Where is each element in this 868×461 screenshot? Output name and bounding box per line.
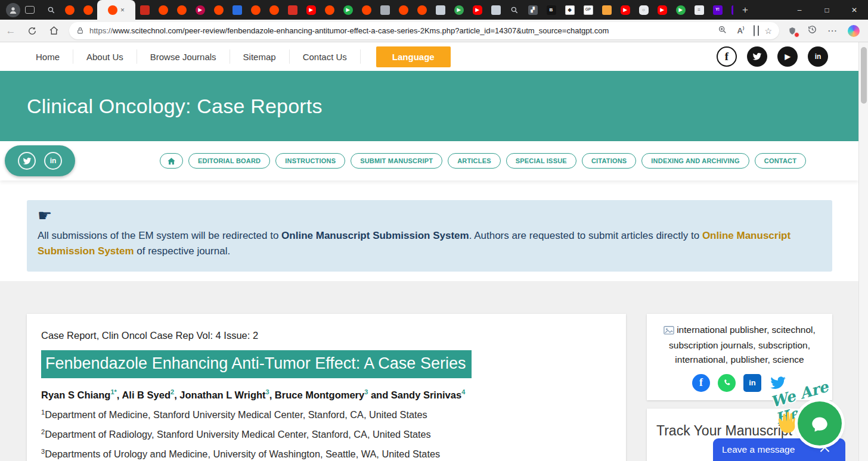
read-aloud-button[interactable]: A)	[737, 26, 744, 35]
nav-item-sitemap[interactable]: Sitemap	[230, 49, 290, 64]
browser-tab[interactable]	[209, 0, 228, 20]
browser-tab[interactable]	[228, 0, 246, 20]
scrollbar-thumb[interactable]	[861, 47, 867, 104]
copilot-icon[interactable]	[848, 25, 860, 37]
browser-tab[interactable]: ▶	[450, 0, 468, 20]
browser-tab[interactable]	[172, 0, 191, 20]
notice-text: All submissions of the EM system will be…	[38, 228, 822, 260]
reddit-favicon	[251, 5, 261, 15]
nav-item-contact-us[interactable]: Contact Us	[290, 49, 361, 64]
browser-tab[interactable]: ▶	[191, 0, 209, 20]
browser-tab[interactable]: ○	[634, 0, 653, 20]
linkedin-icon[interactable]: in	[743, 374, 761, 392]
list-app-favicon: ≡	[695, 5, 704, 15]
browser-tab[interactable]	[79, 0, 97, 20]
article-card: Case Report, Clin Oncol Case Rep Vol: 4 …	[27, 314, 626, 461]
journal-nav-indexing-and-archiving[interactable]: INDEXING AND ARCHIVING	[641, 153, 749, 169]
browser-tab[interactable]	[42, 0, 60, 20]
twitter-icon[interactable]	[18, 152, 36, 170]
twitter-icon[interactable]	[747, 46, 767, 67]
nav-item-about-us[interactable]: About Us	[73, 49, 137, 64]
browser-tab[interactable]	[413, 0, 431, 20]
journal-nav-citations[interactable]: CITATIONS	[582, 153, 636, 169]
cloud-app-favicon	[491, 5, 501, 15]
url-text: https://www.scitechnol.com/peer-review/f…	[89, 26, 711, 35]
page-scrollbar[interactable]	[858, 42, 868, 461]
browser-tab[interactable]	[505, 0, 523, 20]
browser-tab[interactable]	[154, 0, 172, 20]
diamond-app-favicon: ◆	[565, 5, 575, 15]
browser-tab-bar: ✕▶▶▶▶▶▞B◆GP▶○▶▶≡Y!Y! + – □ ✕	[0, 0, 868, 20]
journal-nav-contact[interactable]: CONTACT	[755, 153, 806, 169]
journal-nav-home[interactable]	[160, 153, 183, 169]
refresh-button[interactable]	[21, 26, 43, 36]
browser-tab[interactable]	[265, 0, 283, 20]
browser-tab[interactable]: B	[542, 0, 560, 20]
browser-tab[interactable]: ◆	[560, 0, 579, 20]
journal-nav-special-issue[interactable]: SPECIAL ISSUE	[506, 153, 576, 169]
close-button[interactable]: ✕	[841, 0, 868, 20]
browser-tab[interactable]	[60, 0, 79, 20]
browser-tab[interactable]	[394, 0, 413, 20]
active-tab[interactable]: ✕	[97, 0, 135, 20]
browser-tab[interactable]: ▶	[671, 0, 690, 20]
browser-tab[interactable]: ▶	[339, 0, 357, 20]
language-button[interactable]: Language	[376, 46, 451, 67]
journal-nav-instructions[interactable]: INSTRUCTIONS	[275, 153, 345, 169]
nav-item-home[interactable]: Home	[23, 49, 73, 64]
browser-tab[interactable]: ▶	[468, 0, 486, 20]
linkedin-icon[interactable]: in	[44, 152, 62, 170]
favorite-star-button[interactable]: ☆	[764, 26, 772, 36]
new-tab-button[interactable]: +	[737, 4, 754, 16]
whatsapp-icon[interactable]	[718, 374, 736, 392]
zoom-button[interactable]	[718, 25, 727, 37]
journal-nav-articles[interactable]: ARTICLES	[448, 153, 501, 169]
profile-avatar[interactable]	[6, 3, 20, 17]
close-tab-icon[interactable]: ✕	[120, 7, 125, 13]
search-favicon	[46, 5, 56, 15]
home-button[interactable]	[43, 26, 64, 36]
journal-nav-editorial-board[interactable]: EDITORIAL BOARD	[188, 153, 270, 169]
browser-tab[interactable]	[135, 0, 154, 20]
affiliations: 1Department of Medicine, Stanford Univer…	[41, 409, 612, 460]
address-bar[interactable]: https://www.scitechnol.com/peer-review/f…	[69, 22, 779, 39]
maximize-button[interactable]: □	[813, 0, 841, 20]
leave-message-label: Leave a message	[722, 444, 795, 455]
browser-tab[interactable]: ▶	[653, 0, 671, 20]
reddit-favicon	[362, 5, 371, 15]
chat-launcher-button[interactable]	[798, 401, 842, 446]
split-screen-button[interactable]	[754, 26, 755, 36]
back-button[interactable]: ←	[0, 25, 21, 37]
browser-tab[interactable]	[431, 0, 450, 20]
browser-tab[interactable]	[357, 0, 376, 20]
browser-tab[interactable]: ▞	[523, 0, 542, 20]
url-path: /peer-review/fenbendazole-enhancing-anti…	[182, 26, 609, 35]
more-menu-button[interactable]: ⋯	[827, 25, 838, 36]
linkedin-icon[interactable]: in	[808, 46, 828, 67]
browser-tab[interactable]: Y!	[708, 0, 727, 20]
browser-tab[interactable]	[246, 0, 265, 20]
extension-button[interactable]	[788, 26, 797, 36]
browser-tab[interactable]	[597, 0, 616, 20]
browser-tab[interactable]	[320, 0, 339, 20]
browser-tab[interactable]	[376, 0, 394, 20]
browser-tab[interactable]: ▶	[616, 0, 634, 20]
workspace-icon[interactable]	[25, 6, 35, 14]
browser-tab[interactable]	[486, 0, 505, 20]
youtube-icon[interactable]: ▶	[777, 46, 798, 67]
site-info-lock[interactable]	[76, 27, 84, 35]
facebook-icon[interactable]: f	[717, 46, 737, 67]
minimize-button[interactable]: –	[786, 0, 813, 20]
nav-item-browse-journals[interactable]: Browse Journals	[137, 49, 230, 64]
browser-tab[interactable]: Y!	[727, 0, 733, 20]
gray-app-favicon	[380, 5, 390, 15]
gray-app-favicon	[436, 5, 445, 15]
browser-tab[interactable]: ▶	[302, 0, 320, 20]
browser-tab[interactable]: ≡	[690, 0, 708, 20]
journal-nav-submit-manuscript[interactable]: SUBMIT MANUSCRIPT	[351, 153, 442, 169]
browser-tab[interactable]: GP	[579, 0, 597, 20]
chat-bubble-icon	[810, 413, 830, 434]
history-button[interactable]	[807, 24, 817, 37]
browser-tab[interactable]	[283, 0, 302, 20]
facebook-icon[interactable]: f	[692, 374, 710, 392]
